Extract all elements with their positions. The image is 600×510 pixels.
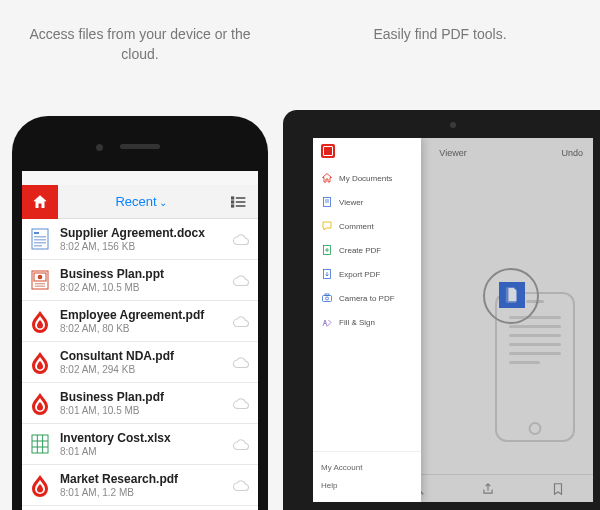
file-list: Supplier Agreement.docx8:02 AM, 156 KBBu… (22, 219, 258, 510)
drawer-item[interactable]: Create PDF (313, 238, 421, 262)
drawer-item[interactable]: Fill & Sign (313, 310, 421, 334)
cloud-icon (232, 437, 250, 451)
file-row[interactable]: Consultant NDA.pdf8:02 AM, 294 KB (22, 342, 258, 383)
file-name: Market Research.pdf (60, 472, 232, 486)
drawer-account[interactable]: My Account (321, 458, 421, 476)
drawer-item-label: Export PDF (339, 270, 380, 279)
file-type-icon (28, 307, 52, 335)
file-subtitle: 8:02 AM, 156 KB (60, 241, 232, 252)
file-subtitle: 8:02 AM, 10.5 MB (60, 282, 232, 293)
file-meta: Employee Agreement.pdf8:02 AM, 80 KB (60, 308, 232, 334)
file-row[interactable]: Employee Agreement.pdf8:02 AM, 80 KB (22, 301, 258, 342)
file-type-icon (28, 430, 52, 458)
file-type-icon (28, 266, 52, 294)
file-row[interactable]: Full Page Ad.pdf8:01 AM (22, 506, 258, 510)
caption-right: Easily find PDF tools. (280, 0, 600, 54)
cloud-icon (232, 273, 250, 287)
export-icon (321, 268, 333, 280)
drawer-item-label: My Documents (339, 174, 392, 183)
file-row[interactable]: Supplier Agreement.docx8:02 AM, 156 KB (22, 219, 258, 260)
svg-rect-16 (35, 286, 45, 287)
file-subtitle: 8:01 AM (60, 446, 232, 457)
drawer-item[interactable]: Export PDF (313, 262, 421, 286)
tab-recent[interactable]: Recent⌄ (58, 194, 224, 209)
drawer-help[interactable]: Help (321, 476, 421, 494)
sign-icon (321, 316, 333, 328)
cloud-icon (232, 396, 250, 410)
svg-rect-5 (236, 205, 246, 207)
phone-frame: Recent⌄ Supplier Agreement.docx8:02 AM, … (12, 116, 268, 510)
file-meta: Business Plan.pdf8:01 AM, 10.5 MB (60, 390, 232, 416)
drawer-item[interactable]: Viewer (313, 190, 421, 214)
file-subtitle: 8:01 AM, 10.5 MB (60, 405, 232, 416)
file-row[interactable]: Business Plan.pdf8:01 AM, 10.5 MB (22, 383, 258, 424)
file-meta: Inventory Cost.xlsx8:01 AM (60, 431, 232, 457)
svg-rect-0 (231, 196, 234, 199)
drawer-item-label: Comment (339, 222, 374, 231)
drawer-header (313, 138, 421, 164)
drawer-item-label: Viewer (339, 198, 363, 207)
drawer-item-label: Fill & Sign (339, 318, 375, 327)
file-meta: Business Plan.ppt8:02 AM, 10.5 MB (60, 267, 232, 293)
comment-icon (321, 220, 333, 232)
camera-icon (321, 292, 333, 304)
file-row[interactable]: Inventory Cost.xlsx8:01 AM (22, 424, 258, 465)
svg-rect-4 (236, 201, 246, 203)
drawer-list: My DocumentsViewerCommentCreate PDFExpor… (313, 164, 421, 451)
svg-rect-8 (34, 236, 46, 238)
create-icon (321, 244, 333, 256)
file-subtitle: 8:02 AM, 80 KB (60, 323, 232, 334)
tab-label: Recent (115, 194, 156, 209)
file-row[interactable]: Market Research.pdf8:01 AM, 1.2 MB (22, 465, 258, 506)
caption-left: Access files from your device or the clo… (0, 0, 280, 75)
home-button[interactable] (22, 185, 58, 219)
list-grid-icon (231, 196, 247, 208)
svg-rect-11 (34, 245, 42, 247)
svg-rect-17 (32, 435, 48, 453)
cloud-icon (232, 478, 250, 492)
file-name: Inventory Cost.xlsx (60, 431, 232, 445)
chevron-down-icon: ⌄ (159, 197, 167, 208)
file-name: Business Plan.pdf (60, 390, 232, 404)
file-meta: Market Research.pdf8:01 AM, 1.2 MB (60, 472, 232, 498)
svg-rect-2 (231, 204, 234, 207)
drawer-item-label: Create PDF (339, 246, 381, 255)
cloud-icon (232, 232, 250, 246)
svg-point-14 (38, 275, 43, 280)
svg-rect-33 (323, 296, 332, 302)
file-type-icon (28, 389, 52, 417)
home-icon (321, 172, 333, 184)
drawer-item[interactable]: Comment (313, 214, 421, 238)
svg-rect-10 (34, 242, 46, 244)
phone-camera (96, 144, 103, 151)
file-subtitle: 8:01 AM, 1.2 MB (60, 487, 232, 498)
file-name: Consultant NDA.pdf (60, 349, 232, 363)
tablet-frame: Viewer Undo d uments where n the Viewer.… (283, 110, 600, 510)
file-name: Supplier Agreement.docx (60, 226, 232, 240)
file-row[interactable]: Business Plan.ppt8:02 AM, 10.5 MB (22, 260, 258, 301)
drawer-item[interactable]: My Documents (313, 166, 421, 190)
file-meta: Supplier Agreement.docx8:02 AM, 156 KB (60, 226, 232, 252)
svg-rect-7 (34, 232, 39, 234)
drawer-item[interactable]: Camera to PDF (313, 286, 421, 310)
svg-rect-9 (34, 239, 46, 241)
file-subtitle: 8:02 AM, 294 KB (60, 364, 232, 375)
viewer-icon (321, 196, 333, 208)
view-mode-button[interactable] (224, 187, 254, 217)
cloud-icon (232, 314, 250, 328)
drawer-item-label: Camera to PDF (339, 294, 395, 303)
svg-rect-15 (35, 283, 45, 284)
file-type-icon (28, 225, 52, 253)
home-icon (31, 193, 49, 211)
drawer-footer: My Account Help (313, 451, 421, 502)
tablet-screen: Viewer Undo d uments where n the Viewer.… (313, 138, 593, 502)
cloud-icon (232, 355, 250, 369)
app-logo-icon (321, 144, 335, 158)
status-bar (22, 171, 258, 185)
top-bar: Recent⌄ (22, 185, 258, 219)
file-name: Business Plan.ppt (60, 267, 232, 281)
file-type-icon (28, 348, 52, 376)
file-meta: Consultant NDA.pdf8:02 AM, 294 KB (60, 349, 232, 375)
file-name: Employee Agreement.pdf (60, 308, 232, 322)
svg-rect-3 (236, 197, 246, 199)
